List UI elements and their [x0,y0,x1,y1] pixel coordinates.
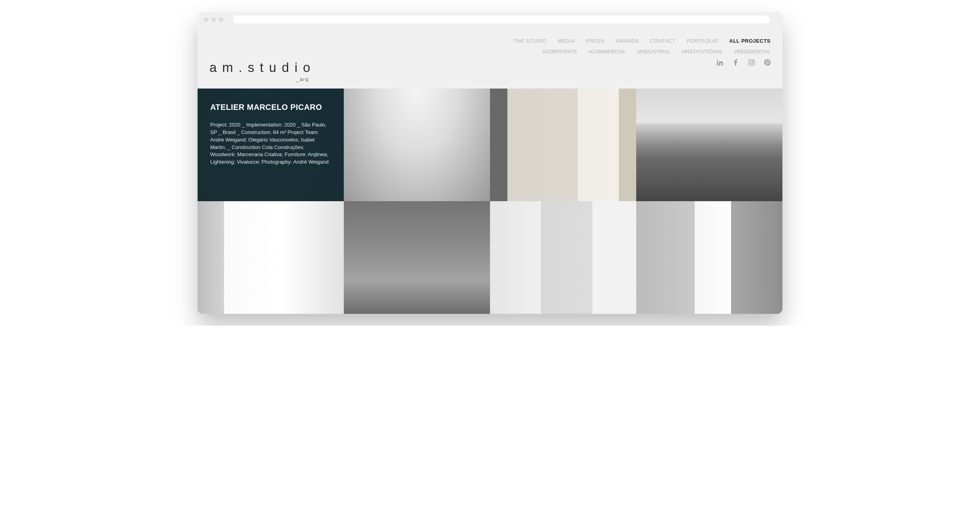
browser-frame: am.studio _arq THE STUDIO MEDIA PRESS AW… [198,12,782,314]
logo-sub-text: _arq [296,77,309,82]
project-thumb [344,201,490,314]
project-thumb [490,89,636,201]
window-dot-minimize[interactable] [211,17,216,22]
window-dot-close[interactable] [204,17,208,22]
instagram-icon[interactable] [748,59,755,66]
filter-residential[interactable]: #RESIDENTIAL [734,49,771,55]
project-thumb [490,201,636,314]
project-tile[interactable] [344,89,490,201]
primary-nav: THE STUDIO MEDIA PRESS AWARDS CONTACT PO… [513,38,771,44]
category-filters: #CORPORATE #COMMERCIAL #INDUSTRIAL #INST… [542,49,771,55]
project-tile[interactable] [636,89,782,201]
project-title: ATELIER MARCELO PICARO [210,103,331,112]
logo-main-text: am.studio [209,60,316,75]
browser-titlebar [198,12,782,27]
social-links [717,59,771,66]
project-tile-featured[interactable]: ATELIER MARCELO PICARO Project: 2020 _ I… [198,89,344,201]
nav-press[interactable]: PRESS [586,38,605,44]
header-nav-block: THE STUDIO MEDIA PRESS AWARDS CONTACT PO… [513,38,771,66]
nav-portfolio[interactable]: PORTFOLIO [687,38,718,44]
project-tile[interactable] [490,201,636,314]
filter-institutional[interactable]: #INSTITUTIONAL [682,49,723,55]
project-thumb [636,201,782,314]
site-logo[interactable]: am.studio _arq [209,60,316,82]
project-thumb [198,201,344,314]
project-thumb [344,89,490,201]
nav-contact[interactable]: CONTACT [650,38,676,44]
page-content: am.studio _arq THE STUDIO MEDIA PRESS AW… [198,27,782,314]
filter-commercial[interactable]: #COMMERCIAL [588,49,626,55]
linkedin-icon[interactable] [717,59,723,66]
pinterest-icon[interactable] [764,59,771,66]
project-tile[interactable] [636,201,782,314]
address-bar[interactable] [233,15,770,23]
nav-the-studio[interactable]: THE STUDIO [513,38,547,44]
window-dot-maximize[interactable] [219,17,223,22]
project-info-overlay: ATELIER MARCELO PICARO Project: 2020 _ I… [198,89,344,201]
project-tile[interactable] [344,201,490,314]
project-description: Project: 2020 _ Implementation: 2020 _ S… [210,121,331,166]
nav-awards[interactable]: AWARDS [615,38,639,44]
project-grid: ATELIER MARCELO PICARO Project: 2020 _ I… [198,89,782,314]
filter-industrial[interactable]: #INDUSTRIAL [637,49,671,55]
site-header: am.studio _arq THE STUDIO MEDIA PRESS AW… [198,27,782,89]
facebook-icon[interactable] [733,59,739,66]
project-tile[interactable] [198,201,344,314]
project-tile[interactable] [490,89,636,201]
nav-all-projects[interactable]: ALL PROJECTS [729,38,771,44]
project-thumb [636,89,782,201]
nav-media[interactable]: MEDIA [558,38,575,44]
filter-corporate[interactable]: #CORPORATE [542,49,577,55]
